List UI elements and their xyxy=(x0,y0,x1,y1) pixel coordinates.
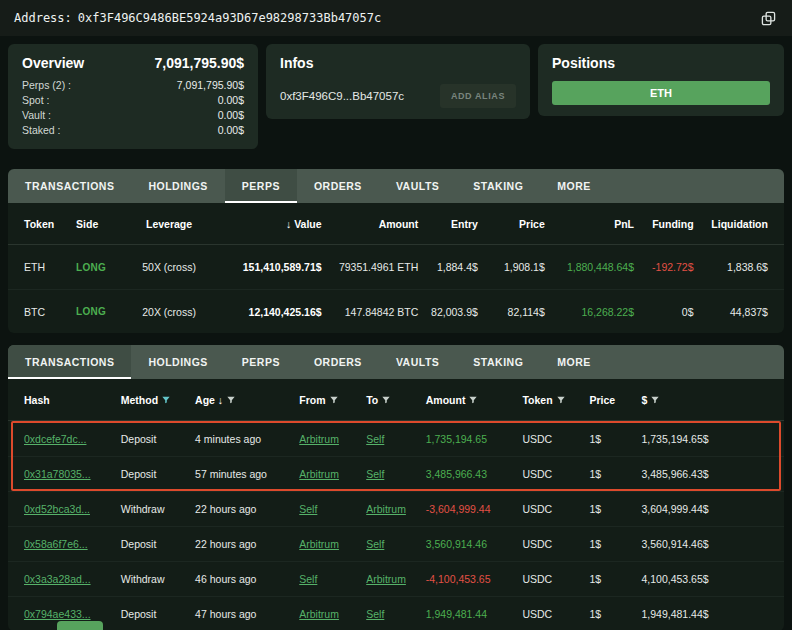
transactions-tab-bar: TRANSACTIONSHOLDINGSPERPSORDERSVAULTSSTA… xyxy=(8,345,784,379)
tab-perps[interactable]: PERPS xyxy=(225,345,297,379)
perps-panel: TRANSACTIONSHOLDINGSPERPSORDERSVAULTSSTA… xyxy=(8,169,784,333)
filter-icon[interactable] xyxy=(651,396,659,404)
header-label: Amount xyxy=(426,394,466,406)
hash-link[interactable]: 0x3a3a28ad... xyxy=(24,573,121,585)
to-link[interactable]: Arbitrum xyxy=(366,503,426,515)
tx-header-amount[interactable]: Amount xyxy=(426,394,523,406)
amount-cell: -3,604,999.44 xyxy=(426,503,523,515)
tab-orders[interactable]: ORDERS xyxy=(297,169,379,203)
usd-cell: 3,604,999.44$ xyxy=(641,503,767,515)
hash-link[interactable]: 0xd52bca3d... xyxy=(24,503,121,515)
overview-row-value: 0.00$ xyxy=(218,123,244,138)
perps-table-header: TokenSideLeverage↓ ValueAmountEntryPrice… xyxy=(8,203,784,245)
amount-cell: -4,100,453.65 xyxy=(426,573,523,585)
overview-row-value: 0.00$ xyxy=(218,93,244,108)
overview-total: 7,091,795.90$ xyxy=(154,55,244,71)
header-label: From xyxy=(299,394,325,406)
tab-vaults[interactable]: VAULTS xyxy=(379,345,456,379)
perps-cell-funding: 0$ xyxy=(634,306,694,318)
price-cell: 1$ xyxy=(589,468,641,480)
hash-link[interactable]: 0x794ae433... xyxy=(24,608,121,620)
filter-icon[interactable] xyxy=(382,396,390,404)
position-token-button-eth[interactable]: ETH xyxy=(552,81,770,105)
token-cell: USDC xyxy=(522,468,589,480)
price-cell: 1$ xyxy=(589,503,641,515)
transaction-row: 0xd52bca3d...Withdraw22 hours agoSelfArb… xyxy=(8,491,784,526)
from-link[interactable]: Self xyxy=(299,503,366,515)
hash-link[interactable]: 0x58a6f7e6... xyxy=(24,538,121,550)
perps-cell-amount: 79351.4961 ETH xyxy=(322,261,419,273)
from-link[interactable]: Arbitrum xyxy=(299,433,366,445)
perps-table-body: ETHLONG50X (cross)151,410,589.71$79351.4… xyxy=(8,245,784,333)
tab-staking[interactable]: STAKING xyxy=(456,345,540,379)
amount-cell: 3,485,966.43 xyxy=(426,468,523,480)
tab-more[interactable]: MORE xyxy=(540,345,608,379)
to-link[interactable]: Self xyxy=(366,433,426,445)
perps-cell-amount: 147.84842 BTC xyxy=(322,306,419,318)
filter-icon[interactable] xyxy=(227,396,235,404)
bottom-partial-button[interactable] xyxy=(57,621,103,630)
transaction-row: 0x58a6f7e6...Deposit22 hours agoArbitrum… xyxy=(8,526,784,561)
hash-link[interactable]: 0x31a78035... xyxy=(24,468,121,480)
to-link[interactable]: Self xyxy=(366,538,426,550)
from-link[interactable]: Arbitrum xyxy=(299,468,366,480)
to-link[interactable]: Self xyxy=(366,608,426,620)
amount-cell: 1,949,481.44 xyxy=(426,608,523,620)
price-cell: 1$ xyxy=(589,538,641,550)
tx-header-to[interactable]: To xyxy=(366,394,426,406)
overview-breakdown: Perps (2) :7,091,795.90$Spot :0.00$Vault… xyxy=(22,78,244,138)
to-link[interactable]: Self xyxy=(366,468,426,480)
usd-cell: 1,735,194.65$ xyxy=(641,433,767,445)
age-cell: 46 hours ago xyxy=(195,573,299,585)
perps-header-value[interactable]: ↓ Value xyxy=(210,218,322,230)
tab-perps[interactable]: PERPS xyxy=(225,169,297,203)
perps-header-amount: Amount xyxy=(322,218,419,230)
transactions-table-header: HashMethodAge ↓FromToAmountTokenPrice$ xyxy=(8,379,784,421)
tx-header-method[interactable]: Method xyxy=(121,394,195,406)
overview-row-label: Staked : xyxy=(22,123,61,138)
tx-header-age[interactable]: Age ↓ xyxy=(195,394,299,406)
tab-staking[interactable]: STAKING xyxy=(456,169,540,203)
tab-orders[interactable]: ORDERS xyxy=(297,345,379,379)
token-cell: USDC xyxy=(522,433,589,445)
tab-transactions[interactable]: TRANSACTIONS xyxy=(8,345,131,379)
tx-header-price: Price xyxy=(589,394,641,406)
perps-header-entry: Entry xyxy=(418,218,478,230)
perps-cell-token: ETH xyxy=(24,261,76,273)
tab-holdings[interactable]: HOLDINGS xyxy=(131,169,224,203)
transaction-row: 0x3a3a28ad...Withdraw46 hours agoSelfArb… xyxy=(8,561,784,596)
perps-header-token: Token xyxy=(24,218,76,230)
transaction-row: 0x31a78035...Deposit57 minutes agoArbitr… xyxy=(8,456,784,491)
add-alias-button[interactable]: ADD ALIAS xyxy=(440,84,516,108)
address-bar: Address:0xf3F496C9486BE5924a93D67e982987… xyxy=(0,0,792,36)
tab-holdings[interactable]: HOLDINGS xyxy=(131,345,224,379)
from-link[interactable]: Arbitrum xyxy=(299,608,366,620)
tab-transactions[interactable]: TRANSACTIONS xyxy=(8,169,131,203)
overview-row-value: 0.00$ xyxy=(218,108,244,123)
method-cell: Withdraw xyxy=(121,503,195,515)
header-label: Hash xyxy=(24,394,50,406)
to-link[interactable]: Arbitrum xyxy=(366,573,426,585)
tx-header-token[interactable]: Token xyxy=(522,394,589,406)
from-link[interactable]: Arbitrum xyxy=(299,538,366,550)
filter-icon[interactable] xyxy=(469,396,477,404)
header-label: To xyxy=(366,394,378,406)
hash-link[interactable]: 0xdcefe7dc... xyxy=(24,433,121,445)
from-link[interactable]: Self xyxy=(299,573,366,585)
transactions-table-body: 0xdcefe7dc...Deposit4 minutes agoArbitru… xyxy=(8,421,784,630)
price-cell: 1$ xyxy=(589,433,641,445)
tab-vaults[interactable]: VAULTS xyxy=(379,169,456,203)
usd-cell: 3,560,914.46$ xyxy=(641,538,767,550)
perps-cell-funding: -192.72$ xyxy=(634,261,694,273)
price-cell: 1$ xyxy=(589,573,641,585)
tx-header-usd[interactable]: $ xyxy=(641,394,767,406)
filter-icon[interactable] xyxy=(330,396,338,404)
transactions-panel: TRANSACTIONSHOLDINGSPERPSORDERSVAULTSSTA… xyxy=(8,345,784,630)
method-cell: Deposit xyxy=(121,608,195,620)
perps-header-leverage: Leverage xyxy=(128,218,210,230)
tab-more[interactable]: MORE xyxy=(540,169,608,203)
filter-icon[interactable] xyxy=(557,396,565,404)
filter-icon[interactable] xyxy=(162,396,170,404)
copy-address-button[interactable] xyxy=(759,9,778,28)
tx-header-from[interactable]: From xyxy=(299,394,366,406)
